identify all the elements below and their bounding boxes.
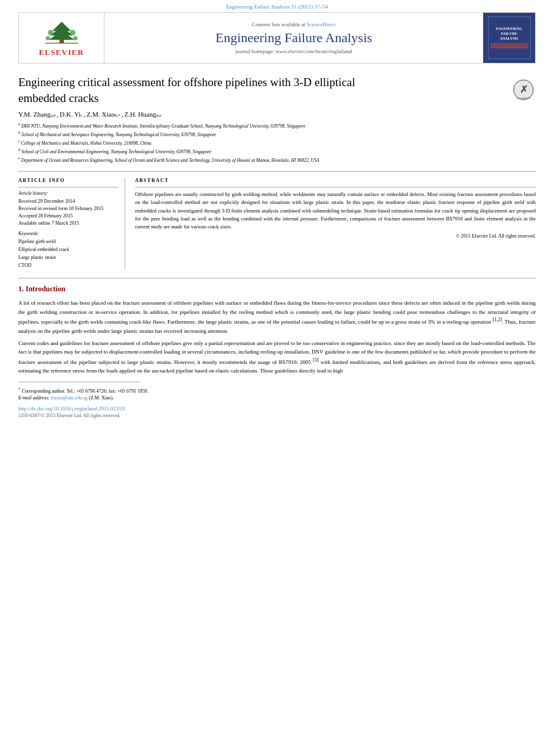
author-3: Z.M. Xiao [87, 111, 115, 118]
history-received: Received 29 December 2014 [18, 198, 118, 205]
affiliations: a DHI-NTU, Nanyang Environment and Water… [18, 122, 536, 164]
keyword-3: Large plastic strain [18, 254, 118, 262]
author-2: D.K. Yi [60, 111, 81, 118]
article-info-column: ARTICLE INFO Article history: Received 2… [18, 178, 125, 269]
citation-1: [1,2] [493, 317, 502, 322]
abstract-column: ABSTRACT Offshore pipelines are usually … [135, 178, 536, 269]
article-title-section: Engineering critical assessment for offs… [18, 64, 536, 111]
article-content: Engineering critical assessment for offs… [18, 64, 536, 418]
affiliation-d: d School of Civil and Environmental Engi… [18, 147, 536, 155]
article-info-header: ARTICLE INFO [18, 178, 118, 183]
abstract-text: Offshore pipelines are usually construct… [135, 191, 536, 231]
intro-divider [18, 278, 536, 278]
intro-paragraph-2: Current codes and guidelines for fractur… [18, 339, 536, 376]
svg-point-6 [70, 30, 75, 35]
history-revised: Received in revised form 10 February 201… [18, 205, 118, 213]
svg-point-8 [73, 35, 77, 40]
svg-point-7 [45, 35, 49, 40]
svg-text:✗: ✗ [520, 84, 528, 95]
journal-title-area: Contents lists available at ScienceDirec… [104, 13, 483, 63]
affiliation-c: c College of Mechanics and Materials, Ho… [18, 139, 536, 147]
journal-cover: ENGINEERING FAILURE ANALYSIS [483, 13, 535, 63]
journal-title: Engineering Failure Analysis [216, 30, 373, 46]
journal-reference: Engineering Failure Analysis 51 (2015) 3… [0, 0, 554, 12]
affiliation-a: a DHI-NTU, Nanyang Environment and Water… [18, 122, 536, 129]
elsevier-wordmark: ELSEVIER [39, 48, 84, 57]
cover-title: ENGINEERING FAILURE ANALYSIS [496, 27, 522, 41]
article-info-abstract: ARTICLE INFO Article history: Received 2… [18, 171, 536, 269]
elsevier-logo-area: ELSEVIER [19, 13, 104, 63]
citation-2: [3] [313, 357, 318, 363]
intro-paragraph-1: A lot of research effort has been placed… [18, 299, 536, 335]
footnote-divider [18, 382, 140, 382]
history-accepted: Accepted 28 February 2015 [18, 213, 118, 220]
author-1: Y.M. Zhang [18, 111, 51, 118]
author-4: Z.H. Huang [124, 111, 156, 118]
sciencedirect-link[interactable]: ScienceDirect [307, 21, 336, 27]
intro-section-title: 1. Introduction [18, 285, 536, 294]
svg-point-5 [48, 30, 53, 35]
journal-header: ELSEVIER Contents lists available at Sci… [18, 12, 536, 64]
corresponding-author-note: * Corresponding author. Tel.: +65 6790 4… [18, 386, 536, 395]
contents-available-line: Contents lists available at ScienceDirec… [252, 21, 336, 27]
email-footnote: E-mail address: mxiao@ntu.edu.sg (Z.M. X… [18, 394, 536, 402]
article-title: Engineering critical assessment for offs… [18, 75, 373, 106]
keyword-1: Pipeline girth weld [18, 238, 118, 246]
history-online: Available online 7 March 2015 [18, 220, 118, 227]
affiliation-b: b School of Mechanical and Aerospace Eng… [18, 130, 536, 138]
journal-homepage: journal homepage: www.elsevier.com/locat… [235, 48, 352, 54]
keywords-title: Keywords: [18, 231, 118, 236]
authors-line: Y.M. Zhanga,b , D.K. Yic , Z.M. Xiaob,* … [18, 111, 536, 118]
svg-text:CrossMark: CrossMark [517, 96, 531, 100]
abstract-header: ABSTRACT [135, 178, 536, 183]
issn-line: 1350-6307/© 2015 Elsevier Ltd. All right… [18, 413, 536, 418]
copyright-line: © 2015 Elsevier Ltd. All rights reserved… [135, 233, 536, 239]
affiliation-e: e Department of Ocean and Resources Engi… [18, 156, 536, 164]
keyword-2: Elliptical embedded crack [18, 246, 118, 254]
keyword-4: CTOD [18, 262, 118, 270]
doi-line[interactable]: http://dx.doi.org/10.1016/j.engfailanal.… [18, 405, 536, 412]
crossmark-icon: ✗ CrossMark [511, 78, 536, 102]
email-link[interactable]: mxiao@ntu.edu.sg [51, 395, 87, 401]
article-history-title: Article history: [18, 191, 118, 196]
